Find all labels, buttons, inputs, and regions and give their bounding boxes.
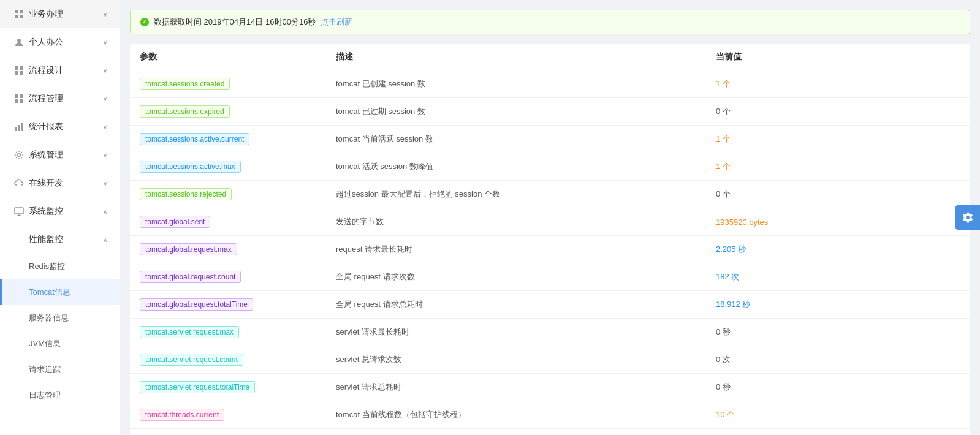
table-cell-param: tomcat.sessions.expired (130, 98, 326, 126)
svg-rect-9 (15, 94, 18, 98)
svg-rect-12 (20, 99, 23, 103)
table-row: tomcat.sessions.rejected超过session 最大配置后，… (130, 181, 970, 208)
table-cell-param: tomcat.servlet.request.totalTime (130, 374, 326, 401)
table-cell-desc: tomcat 配置的线程最大数 (326, 429, 706, 436)
sidebar-item-business[interactable]: 业务办理 (0, 0, 120, 28)
table-row: tomcat.sessions.createdtomcat 已创建 sessio… (130, 70, 970, 98)
svg-rect-17 (15, 208, 23, 214)
param-tag: tomcat.sessions.active.current (140, 133, 249, 145)
table-cell-value: 0 秒 (706, 374, 970, 401)
svg-rect-0 (15, 10, 18, 13)
param-tag: tomcat.sessions.active.max (140, 161, 241, 173)
sidebar-item-stats[interactable]: 统计报表 (0, 113, 120, 141)
sidebar-item-online-dev-label: 在线开发 (29, 178, 63, 189)
sidebar-item-online-dev[interactable]: 在线开发 (0, 169, 120, 197)
table-row: tomcat.sessions.active.currenttomcat 当前活… (130, 126, 970, 153)
table-cell-desc: tomcat 活跃 session 数峰值 (326, 153, 706, 181)
table-cell-value: 10 个 (706, 401, 970, 429)
chevron-down-icon (103, 67, 107, 74)
sidebar-item-jvm[interactable]: JVM信息 (0, 331, 120, 357)
table-cell-value: 1 个 (706, 153, 970, 181)
table-cell-value: 1 个 (706, 70, 970, 98)
table-cell-param: tomcat.sessions.active.current (130, 126, 326, 153)
param-tag: tomcat.sessions.created (140, 78, 230, 90)
svg-rect-11 (15, 99, 18, 103)
table-cell-param: tomcat.threads.current (130, 401, 326, 429)
table-cell-desc: tomcat 当前线程数（包括守护线程） (326, 401, 706, 429)
table-cell-desc: servlet 总请求次数 (326, 346, 706, 374)
svg-rect-13 (15, 127, 17, 131)
sidebar-item-tomcat[interactable]: Tomcat信息 (0, 279, 120, 305)
table-cell-value: 0 个 (706, 181, 970, 208)
svg-rect-1 (20, 10, 23, 13)
table-cell-value: 182 次 (706, 263, 970, 291)
svg-rect-8 (20, 71, 23, 75)
sidebar-item-sys-monitor[interactable]: 系统监控 (0, 197, 120, 225)
table-cell-value: 1 个 (706, 126, 970, 153)
table-cell-param: tomcat.global.request.max (130, 236, 326, 263)
table-cell-value: 2.205 秒 (706, 236, 970, 263)
col-header-desc: 描述 (326, 44, 706, 70)
sidebar-item-log-mgmt-label: 日志管理 (29, 390, 61, 399)
table-cell-value: 0 秒 (706, 319, 970, 346)
table-cell-param: tomcat.global.request.count (130, 263, 326, 291)
svg-point-4 (17, 39, 21, 42)
refresh-button[interactable]: 点击刷新 (321, 17, 352, 28)
status-text: 数据获取时间 2019年04月14日 16时00分16秒 (154, 17, 316, 28)
sidebar-item-redis-label: Redis监控 (29, 262, 65, 271)
sidebar-item-jvm-label: JVM信息 (29, 339, 61, 348)
sidebar-item-stats-label: 统计报表 (29, 121, 63, 132)
sidebar-item-process-design-label: 流程设计 (29, 65, 63, 76)
param-tag: tomcat.threads.current (140, 409, 224, 421)
table-cell-desc: 超过session 最大配置后，拒绝的 session 个数 (326, 181, 706, 208)
table-cell-param: tomcat.sessions.active.max (130, 153, 326, 181)
sidebar-item-server[interactable]: 服务器信息 (0, 305, 120, 331)
svg-rect-14 (18, 125, 20, 131)
param-tag: tomcat.global.request.max (140, 243, 237, 255)
param-tag: tomcat.sessions.rejected (140, 188, 232, 200)
table-row: tomcat.servlet.request.maxservlet 请求最长耗时… (130, 319, 970, 346)
table-row: tomcat.sessions.active.maxtomcat 活跃 sess… (130, 153, 970, 181)
table-cell-desc: tomcat 已创建 session 数 (326, 70, 706, 98)
sidebar-item-request-trace[interactable]: 请求追踪 (0, 357, 120, 382)
sidebar-item-redis[interactable]: Redis监控 (0, 254, 120, 279)
table-cell-param: tomcat.global.sent (130, 208, 326, 236)
sidebar-item-process-mgmt[interactable]: 流程管理 (0, 85, 120, 113)
table-cell-desc: tomcat 已过期 session 数 (326, 98, 706, 126)
float-settings-button[interactable] (955, 205, 980, 230)
param-tag: tomcat.servlet.request.count (140, 354, 243, 366)
sidebar-item-process-design[interactable]: 流程设计 (0, 56, 120, 85)
svg-rect-7 (15, 71, 18, 75)
table-cell-value: 18.912 秒 (706, 291, 970, 319)
chart-icon (14, 122, 24, 132)
param-tag: tomcat.sessions.expired (140, 105, 230, 118)
grid-icon (14, 66, 24, 75)
col-header-param: 参数 (130, 44, 326, 70)
sidebar-item-system-mgmt[interactable]: 系统管理 (0, 141, 120, 169)
table-row: tomcat.servlet.request.countservlet 总请求次… (130, 346, 970, 374)
param-tag: tomcat.servlet.request.max (140, 326, 239, 338)
table-cell-desc: 发送的字节数 (326, 208, 706, 236)
param-tag: tomcat.global.request.totalTime (140, 298, 253, 311)
table-cell-desc: 全局 request 请求总耗时 (326, 291, 706, 319)
table-cell-value: 200 个 (706, 429, 970, 436)
sidebar-item-log-mgmt[interactable]: 日志管理 (0, 382, 120, 408)
table-row: tomcat.global.request.count全局 request 请求… (130, 263, 970, 291)
chevron-down-icon (103, 11, 107, 18)
sidebar-item-tomcat-label: Tomcat信息 (29, 287, 70, 297)
svg-point-16 (18, 154, 21, 157)
svg-rect-3 (20, 15, 23, 18)
sidebar-item-perf-monitor[interactable]: 性能监控 (0, 225, 120, 254)
param-tag: tomcat.global.request.count (140, 271, 241, 283)
sidebar-item-request-trace-label: 请求追踪 (29, 365, 61, 374)
person-icon (14, 37, 24, 47)
table-cell-value: 0 次 (706, 346, 970, 374)
gear-icon (14, 150, 24, 160)
sidebar-item-sys-monitor-label: 系统监控 (29, 206, 63, 217)
table-cell-param: tomcat.global.request.totalTime (130, 291, 326, 319)
table-cell-param: tomcat.servlet.request.count (130, 346, 326, 374)
sidebar-item-personal[interactable]: 个人办公 (0, 28, 120, 56)
chevron-up-icon (103, 208, 107, 215)
sidebar-item-server-label: 服务器信息 (29, 313, 69, 322)
table-cell-desc: request 请求最长耗时 (326, 236, 706, 263)
